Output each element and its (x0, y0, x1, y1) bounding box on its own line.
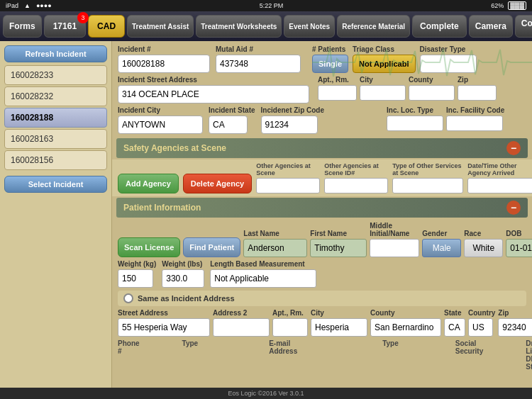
city-label: Incident City (118, 106, 203, 114)
reference-material-button[interactable]: Reference Material (337, 15, 410, 38)
carrier-label: iPad (6, 2, 18, 9)
list-item[interactable]: 160028156 (4, 150, 107, 170)
list-item[interactable]: 160028232 (4, 86, 107, 106)
race-label: Race (464, 230, 503, 237)
patient-county-input[interactable] (370, 318, 441, 337)
length-based-label: Length Based Measurement (210, 260, 316, 268)
weight-kg-input[interactable] (118, 269, 153, 288)
mutual-aid-input[interactable] (216, 55, 301, 73)
patient-apt-input[interactable] (272, 318, 308, 337)
agencies-collapse-button[interactable]: − (506, 141, 521, 155)
city-input[interactable] (118, 116, 203, 134)
weight-lbs-input[interactable] (162, 269, 204, 288)
incident-number-input[interactable] (118, 55, 210, 73)
same-as-incident-row: Same as Incident Address (118, 291, 526, 306)
inc-loc-type-label: Inc. Loc. Type (387, 106, 443, 114)
state-field: Incident State (209, 106, 255, 134)
agencies-col3-input[interactable] (392, 178, 463, 193)
county-col-input[interactable] (409, 85, 455, 101)
street-address-input[interactable] (118, 85, 309, 103)
camera-button[interactable]: Camera (469, 15, 513, 38)
city-col-input[interactable] (360, 85, 406, 101)
complete-button[interactable]: Complete (412, 15, 467, 38)
inc-loc-type-input[interactable] (387, 116, 443, 131)
agencies-col3-label: Type of Other Services at Scene (392, 162, 463, 176)
zip-field: Incidenet Zip Code (261, 106, 324, 134)
refresh-incident-button[interactable]: Refresh Incident (4, 45, 107, 62)
agencies-content: Add Agency Delete Agency Other Agencies … (112, 159, 532, 196)
race-button[interactable]: White (464, 239, 503, 257)
delete-agency-button[interactable]: Delete Agency (183, 174, 252, 193)
first-name-input[interactable] (310, 239, 367, 257)
state-input[interactable] (209, 116, 248, 134)
list-item[interactable]: 160028188 (4, 108, 107, 128)
first-name-label: First Name (310, 230, 367, 237)
dob-input[interactable] (506, 239, 532, 257)
patient-content: Scan License Find Patient Last Name Firs… (112, 219, 532, 388)
patient-address2-label: Address 2 (213, 309, 270, 317)
patients-button[interactable]: Single (312, 55, 348, 73)
social-security-label: Social Security (455, 339, 483, 371)
patient-country-input[interactable] (468, 318, 493, 337)
collapse-all-button[interactable]: Collapse All (515, 15, 532, 38)
patient-zip-label: Zip (498, 309, 532, 317)
patient-city-label: City (311, 309, 367, 317)
inc-facility-code-input[interactable] (446, 116, 503, 131)
agencies-col1-label: Other Agencies at Scene (256, 162, 313, 176)
list-item[interactable]: 160028233 (4, 65, 107, 85)
patient-street-input[interactable] (118, 318, 210, 337)
agencies-col4-input[interactable] (467, 178, 532, 193)
incident-number-field: Incident # (118, 45, 210, 73)
inc-facility-code-label: Inc. Facility Code (446, 106, 504, 114)
zip-col-input[interactable] (458, 85, 497, 101)
patient-city-input[interactable] (311, 318, 367, 337)
triage-class-label: Triage Class (353, 45, 415, 53)
battery-icon: ▓▓▓ (508, 1, 526, 10)
length-based-input[interactable] (210, 269, 316, 288)
phone-label: Phone # (118, 339, 140, 371)
zip-input[interactable] (261, 116, 318, 134)
find-patient-button[interactable]: Find Patient (183, 237, 240, 257)
triage-class-button[interactable]: Not Applicabl (353, 55, 415, 73)
scan-license-button[interactable]: Scan License (118, 237, 180, 257)
agencies-col1-input[interactable] (256, 178, 320, 193)
zip-col-label: Zip (458, 76, 497, 84)
agencies-col2-input[interactable] (324, 178, 388, 193)
list-item[interactable]: 160028163 (4, 129, 107, 149)
incident-form: Incident # Mutal Aid # # Patients Single… (112, 41, 532, 137)
apt-rm-input[interactable] (318, 85, 357, 101)
add-agency-button[interactable]: Add Agency (118, 174, 179, 193)
mutual-aid-label: Mutal Aid # (216, 45, 301, 53)
disaster-type-input[interactable] (420, 55, 477, 73)
patient-section-header: Patient Information − (116, 198, 528, 218)
disaster-type-label: Disaster Type (420, 45, 477, 53)
dob-label: DOB (506, 230, 532, 237)
nav-bar: Forms 17161 3 CAD Treatment Assist Treat… (0, 11, 532, 41)
driver-license-label: Driver License DL State (526, 339, 532, 371)
type-label: Type (182, 339, 199, 371)
last-name-input[interactable] (243, 239, 307, 257)
email-label: E-mail Address (269, 339, 297, 371)
select-incident-button[interactable]: Select Incident (4, 176, 107, 193)
app-footer: Eos Logic ©2016 Ver 3.0.1 (0, 388, 532, 399)
treatment-assist-button[interactable]: Treatment Assist (127, 15, 194, 38)
cad-button[interactable]: CAD (88, 15, 125, 38)
patient-county-label: County (370, 309, 441, 317)
agencies-title: Safety Agencies at Scene (123, 143, 226, 153)
patient-state-label: State (444, 309, 465, 317)
nav-badge: 3 (77, 12, 89, 23)
treatment-worksheets-button[interactable]: Treatment Worksheets (196, 15, 282, 38)
patient-state-input[interactable] (444, 318, 465, 337)
patient-country-label: Country (468, 309, 495, 317)
patient-address2-input[interactable] (213, 318, 270, 337)
state-label: Incident State (209, 106, 255, 114)
city-col-label: City (360, 76, 406, 84)
patient-collapse-button[interactable]: − (506, 201, 521, 215)
event-notes-button[interactable]: Event Notes (284, 15, 335, 38)
gender-button[interactable]: Male (422, 239, 461, 257)
middle-initial-input[interactable] (370, 239, 419, 257)
forms-button[interactable]: Forms (3, 15, 42, 38)
radio-button[interactable] (123, 293, 133, 303)
wifi-icon: ▲ (24, 2, 31, 9)
patient-zip-input[interactable] (498, 318, 532, 337)
